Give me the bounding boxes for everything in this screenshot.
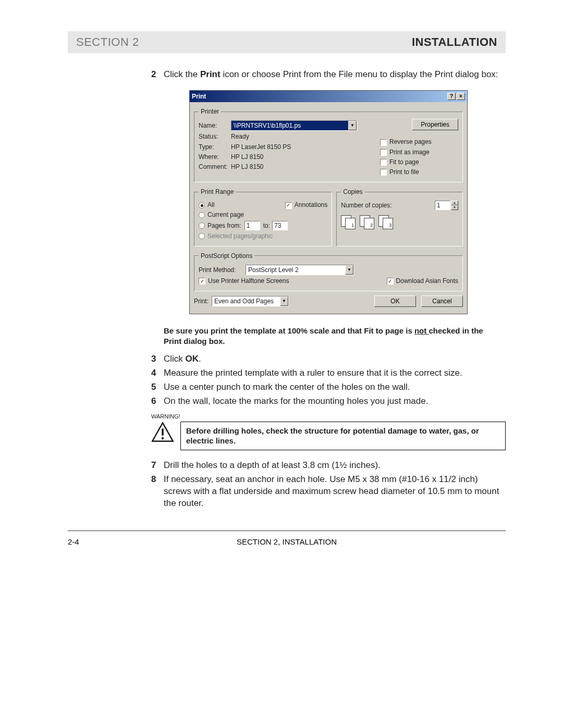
step-number: 2 — [151, 69, 164, 81]
scale-note: Be sure you print the template at 100% s… — [164, 326, 493, 346]
pages-from-field[interactable]: 1 — [244, 221, 260, 230]
group-legend: Print Range — [199, 188, 236, 196]
step-6: 6 On the wall, locate the marks for the … — [151, 396, 506, 408]
page-icon: 2 — [364, 218, 374, 229]
titlebar[interactable]: Print ? × — [190, 91, 467, 102]
step-text: Measure the printed template with a rule… — [164, 367, 506, 379]
step-number: 7 — [151, 460, 164, 472]
range-all-radio[interactable] — [199, 202, 205, 208]
print-as-image-checkbox[interactable] — [380, 149, 387, 156]
footer-rule — [68, 530, 506, 531]
warning-icon — [151, 422, 174, 442]
close-button[interactable]: × — [457, 93, 465, 100]
section-number: SECTION 2 — [76, 35, 139, 49]
step-text: Click the Print icon or choose Print fro… — [164, 69, 506, 81]
checkbox-label: Print as image — [389, 149, 430, 156]
radio-label: All — [207, 201, 214, 208]
chevron-down-icon[interactable]: ▼ — [345, 265, 353, 275]
properties-button[interactable]: Properties — [412, 119, 458, 130]
dropdown-value: PostScript Level 2 — [246, 266, 345, 274]
radio-label: Pages from: — [207, 221, 241, 230]
ok-button[interactable]: OK — [374, 295, 416, 307]
checkbox-label: Fit to page — [389, 158, 419, 166]
reverse-pages-checkbox[interactable] — [380, 139, 387, 146]
page-icon: 3 — [383, 218, 393, 229]
asian-fonts-checkbox[interactable]: ✓ — [387, 278, 394, 285]
comment-value: HP LJ 8150 — [231, 163, 264, 171]
postscript-group: PostScript Options Print Method: PostScr… — [194, 252, 463, 291]
checkbox-label: Use Printer Halftone Screens — [208, 277, 289, 285]
range-selected-radio — [199, 233, 205, 239]
dialog-title: Print — [192, 92, 206, 101]
radio-label: Selected pages/graphic — [207, 232, 273, 240]
step-text: Drill the holes to a depth of at least 3… — [164, 460, 506, 472]
copies-spinner[interactable]: ▲▼ — [451, 201, 458, 210]
footer-title: SECTION 2, INSTALLATION — [68, 537, 506, 546]
text: Be sure you print the template at 100% s… — [164, 326, 414, 335]
chevron-down-icon[interactable]: ▼ — [280, 297, 288, 306]
type-value: HP LaserJet 8150 PS — [231, 143, 291, 151]
step-number: 8 — [151, 474, 164, 510]
checkbox-label: Annotations — [295, 201, 327, 208]
step-text: If necessary, seat an anchor in each hol… — [164, 474, 506, 510]
step-text: Use a center punch to mark the center of… — [164, 381, 506, 393]
group-legend: Copies — [341, 188, 364, 196]
dropdown-value: Even and Odd Pages — [212, 297, 280, 305]
cancel-button[interactable]: Cancel — [421, 295, 463, 307]
svg-point-2 — [162, 437, 164, 439]
range-current-radio[interactable] — [199, 212, 205, 218]
step-number: 6 — [151, 396, 164, 408]
page-number: 2-4 — [68, 537, 79, 546]
step-number: 5 — [151, 381, 164, 393]
fit-to-page-checkbox[interactable] — [380, 159, 387, 166]
page-icon: 1 — [345, 218, 356, 229]
print-mode-label: Print: — [194, 297, 209, 305]
method-label: Print Method: — [199, 266, 246, 274]
step-5: 5 Use a center punch to mark the center … — [151, 381, 506, 393]
step-text: Click OK. — [164, 353, 506, 365]
copies-label: Number of copies: — [341, 201, 435, 209]
pages-to-field[interactable]: 73 — [272, 221, 288, 230]
step-3: 3 Click OK. — [151, 353, 506, 365]
text: Click the — [164, 69, 200, 79]
printer-name-dropdown[interactable]: \\PRNTSRV1\b1flp01.ps ▼ — [231, 120, 357, 131]
printer-group: Printer Name: \\PRNTSRV1\b1flp01.ps ▼ — [194, 107, 463, 182]
status-label: Status: — [199, 132, 231, 141]
radio-label: Current page — [207, 211, 244, 219]
print-to-file-checkbox[interactable] — [380, 169, 387, 176]
chevron-down-icon[interactable]: ▼ — [348, 121, 357, 130]
status-value: Ready — [231, 132, 249, 141]
print-range-group: Print Range All ✓Annotations Current pag… — [194, 188, 332, 246]
checkbox-label: Reverse pages — [389, 138, 432, 145]
step-number: 4 — [151, 367, 164, 379]
step-2: 2 Click the Print icon or choose Print f… — [151, 69, 506, 81]
step-7: 7 Drill the holes to a depth of at least… — [151, 460, 506, 472]
checkbox-label: Print to file — [389, 168, 419, 176]
print-mode-dropdown[interactable]: Even and Odd Pages ▼ — [212, 296, 289, 306]
print-dialog: Print ? × Printer Name: — [189, 90, 468, 314]
comment-label: Comment: — [199, 163, 231, 171]
where-label: Where: — [199, 153, 231, 161]
copies-field[interactable]: 1 — [435, 201, 450, 210]
warning-label: WARNING! — [151, 413, 506, 421]
warning-block: Before drilling holes, check the structu… — [151, 422, 506, 451]
section-title: INSTALLATION — [412, 35, 497, 49]
range-pages-radio[interactable] — [199, 223, 205, 229]
where-value: HP LJ 8150 — [231, 153, 264, 161]
to-label: to: — [263, 221, 270, 230]
print-method-dropdown[interactable]: PostScript Level 2 ▼ — [246, 265, 354, 275]
text: icon or choose Print from the File menu … — [221, 69, 498, 79]
step-8: 8 If necessary, seat an anchor in each h… — [151, 474, 506, 510]
help-button[interactable]: ? — [447, 93, 456, 100]
annotations-checkbox[interactable]: ✓ — [285, 202, 292, 209]
group-legend: PostScript Options — [199, 252, 254, 260]
warning-text: Before drilling holes, check the structu… — [180, 422, 506, 451]
step-4: 4 Measure the printed template with a ru… — [151, 367, 506, 379]
text-bold: OK — [186, 354, 199, 364]
type-label: Type: — [199, 143, 231, 151]
halftone-checkbox[interactable]: ✓ — [199, 278, 205, 285]
text: . — [199, 354, 201, 364]
group-legend: Printer — [199, 107, 221, 116]
dropdown-value: \\PRNTSRV1\b1flp01.ps — [231, 121, 348, 130]
text: Click — [164, 354, 186, 364]
